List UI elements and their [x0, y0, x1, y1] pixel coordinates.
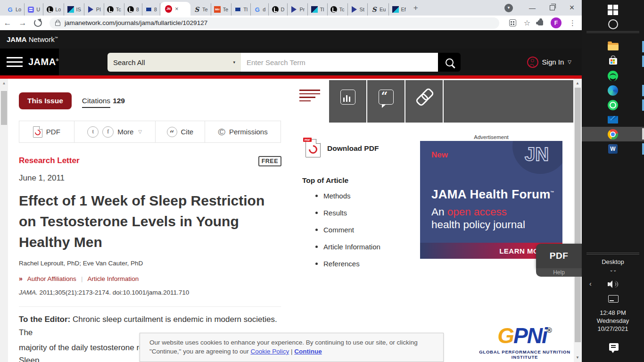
jama-network-logo[interactable]: JAMA Network™ [7, 35, 58, 43]
touch-keyboard-icon[interactable] [608, 295, 619, 303]
tab-related[interactable] [405, 80, 443, 123]
spotify-button[interactable] [582, 69, 644, 83]
new-tab-button[interactable]: + [409, 3, 423, 13]
browser-tab[interactable]: GLo [4, 3, 25, 16]
right-scrollbar[interactable]: ▲ ▼ [574, 79, 581, 362]
back-button[interactable]: ← [0, 18, 15, 28]
jama-menu-box[interactable]: JAMA® [0, 49, 59, 75]
browser-tab[interactable]: Lo [43, 3, 64, 16]
microsoft-store-button[interactable] [582, 54, 644, 68]
scroll-up-arrow[interactable]: ▲ [574, 79, 581, 85]
hamburger-menu-icon[interactable] [7, 57, 23, 67]
toc-item[interactable]: Comment [315, 226, 380, 234]
browser-tab[interactable]: MHTe [211, 3, 232, 16]
scroll-up-arrow[interactable]: ▲ [0, 79, 8, 85]
article-information-link[interactable]: Article Information [87, 275, 139, 282]
browser-tab[interactable]: Gd [251, 3, 269, 16]
browser-tab[interactable]: Pr [288, 3, 308, 16]
restore-button[interactable] [542, 0, 562, 16]
show-hidden-icons-chevron[interactable]: ‹ [589, 280, 592, 288]
toc-item[interactable]: Methods [315, 192, 380, 200]
search-button[interactable] [438, 53, 461, 72]
pdf-widget-help[interactable]: Help [536, 268, 582, 277]
browser-tab[interactable]: IS [64, 3, 84, 16]
scrollbar-thumb[interactable] [1, 91, 7, 125]
volume-icon[interactable] [608, 280, 618, 288]
cookie-policy-link[interactable]: Cookie Policy [250, 348, 289, 355]
browser-tab[interactable]: 8 [142, 3, 160, 16]
mail-button[interactable] [582, 113, 644, 127]
lock-icon[interactable] [55, 22, 60, 26]
apps-grid-icon[interactable] [509, 19, 516, 26]
media-controls-icon[interactable]: ▼ [504, 4, 513, 12]
browser-tab[interactable]: STe [190, 3, 211, 16]
tab-quotes[interactable] [367, 80, 405, 123]
citations-link[interactable]: Citations129 [82, 97, 125, 105]
pdf-widget-button[interactable]: PDF [536, 244, 582, 268]
word-button[interactable]: W [582, 142, 644, 156]
share-more-button[interactable]: t f More ▽ [74, 121, 156, 142]
cortana-button[interactable] [582, 17, 644, 31]
file-explorer-button[interactable] [582, 40, 644, 54]
article-category[interactable]: Research Letter [19, 156, 80, 165]
reload-button[interactable] [34, 19, 42, 27]
start-button[interactable] [582, 3, 644, 17]
forward-button[interactable]: → [15, 18, 30, 28]
cookie-continue-link[interactable]: Continue [294, 348, 322, 355]
whatsapp-button[interactable] [582, 98, 644, 112]
windows-logo-icon [608, 5, 618, 15]
address-bar[interactable]: jamanetwork.com/journals/jama/fullarticl… [50, 17, 499, 29]
edge-button[interactable] [582, 83, 644, 98]
browser-tab[interactable]: Tc [328, 3, 348, 16]
toc-item[interactable]: Article Information [315, 243, 380, 251]
download-pdf-button[interactable]: PDF Download PDF [305, 139, 379, 157]
browser-tab[interactable]: Ef [389, 3, 408, 16]
left-scrollbar[interactable]: ▲ [0, 79, 8, 362]
permissions-button[interactable]: © Permissions [205, 121, 281, 142]
pdf-button[interactable]: PDF [19, 121, 74, 142]
browser-tab[interactable]: Tl [231, 3, 251, 16]
tab-figures[interactable] [329, 80, 366, 123]
taskbar-clock[interactable]: 12:48 PM Wednesday 10/27/2021 [582, 309, 644, 333]
tab-contents[interactable] [291, 80, 328, 123]
browser-tab[interactable]: U [25, 3, 43, 16]
browser-tab[interactable]: D [269, 3, 288, 16]
scrollbar-thumb[interactable] [575, 88, 581, 342]
url-text[interactable]: jamanetwork.com/journals/jama/fullarticl… [65, 19, 207, 26]
browser-tab[interactable]: Tl [308, 3, 327, 16]
browser-menu-icon[interactable]: ⋮ [569, 19, 576, 27]
toc-item[interactable]: Results [315, 209, 380, 217]
advertisement-banner[interactable]: JN New JAMA Health Forum™ An open access… [420, 141, 562, 259]
action-center-icon[interactable] [609, 343, 619, 351]
this-issue-button[interactable]: This Issue [19, 92, 72, 109]
jama-network-bar: JAMA Network™ [0, 30, 582, 49]
minimize-button[interactable]: — [522, 0, 542, 16]
browser-tab[interactable]: 8 [124, 3, 142, 16]
extensions-icon[interactable] [538, 20, 543, 25]
browser-tab[interactable]: Pl [84, 3, 104, 16]
close-button[interactable]: × [562, 0, 582, 16]
desktop-label[interactable]: Desktop [582, 258, 644, 265]
chrome-button[interactable] [582, 127, 644, 141]
twitter-icon[interactable]: t [87, 126, 99, 138]
browser-tab[interactable]: SEu [368, 3, 389, 16]
search-scope-select[interactable]: Search All ▾ [107, 53, 241, 72]
sign-in-button[interactable]: Sign In ▽ [527, 49, 571, 75]
scroll-down-arrow[interactable]: ▼ [574, 355, 581, 360]
facebook-icon[interactable]: f [102, 126, 114, 138]
author-affiliations-link[interactable]: Author Affiliations [27, 275, 76, 282]
tab-close-icon[interactable]: × [175, 5, 179, 12]
pdf-file-icon: PDF [305, 139, 321, 157]
jama-journal-logo[interactable]: JAMA® [28, 57, 59, 67]
running-indicator [642, 99, 644, 111]
chevrons-down-icon[interactable]: ⌄⌄ [582, 269, 644, 272]
browser-tab[interactable]: St [348, 3, 368, 16]
bookmark-star-icon[interactable]: ☆ [524, 18, 530, 27]
search-input[interactable]: Enter Search Term [241, 53, 438, 72]
browser-tab[interactable]: Tc [104, 3, 124, 16]
cite-button[interactable]: “ Cite [156, 121, 206, 142]
browser-tab-active[interactable]: JN× [160, 2, 190, 16]
pdf-floating-widget[interactable]: PDF Help [536, 244, 582, 277]
toc-item[interactable]: References [315, 260, 380, 268]
profile-avatar[interactable]: F [551, 17, 561, 28]
